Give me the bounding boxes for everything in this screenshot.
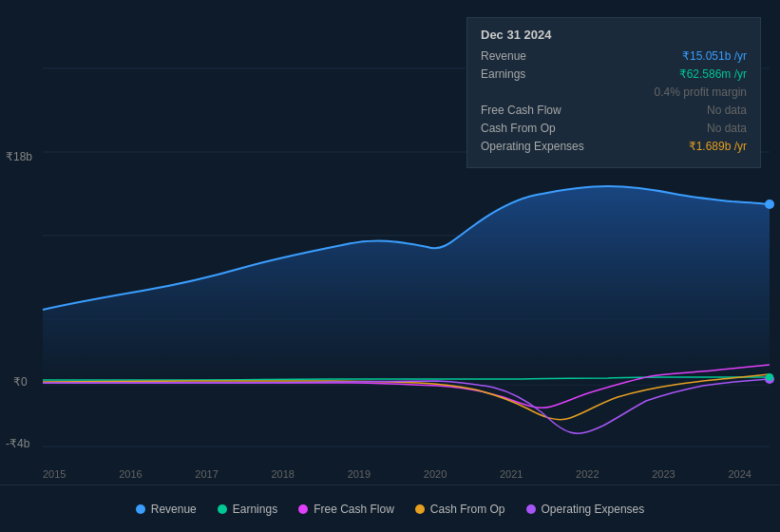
legend-label-fcf: Free Cash Flow xyxy=(314,503,394,516)
tooltip-row-fcf: Free Cash Flow No data xyxy=(481,104,747,117)
tooltip-row-profit-margin: 0.4% profit margin xyxy=(481,86,747,99)
tooltip-value-revenue: ₹15.051b /yr xyxy=(682,49,747,63)
tooltip-label-earnings: Earnings xyxy=(481,67,585,81)
x-label-2017: 2017 xyxy=(195,468,218,480)
svg-point-7 xyxy=(765,200,774,209)
x-label-2024: 2024 xyxy=(728,468,751,480)
legend-dot-cashfromop xyxy=(415,504,425,514)
legend-dot-opex xyxy=(526,504,536,514)
legend-dot-fcf xyxy=(298,504,308,514)
tooltip-row-revenue: Revenue ₹15.051b /yr xyxy=(481,49,747,63)
legend-label-cashfromop: Cash From Op xyxy=(430,503,505,516)
svg-point-9 xyxy=(766,373,773,381)
tooltip-label-revenue: Revenue xyxy=(481,49,585,63)
tooltip-row-cashfromop: Cash From Op No data xyxy=(481,122,747,135)
tooltip-value-cashfromop: No data xyxy=(707,122,747,135)
legend-dot-earnings xyxy=(218,504,227,514)
tooltip-panel: Dec 31 2024 Revenue ₹15.051b /yr Earning… xyxy=(466,17,761,168)
x-label-2022: 2022 xyxy=(576,468,599,480)
tooltip-label-fcf: Free Cash Flow xyxy=(481,104,585,117)
legend-dot-revenue xyxy=(136,504,145,514)
tooltip-value-fcf: No data xyxy=(707,104,747,117)
x-label-2019: 2019 xyxy=(348,468,371,480)
legend-item-opex[interactable]: Operating Expenses xyxy=(526,503,645,516)
legend-bar: Revenue Earnings Free Cash Flow Cash Fro… xyxy=(0,484,780,532)
x-label-2016: 2016 xyxy=(119,468,142,480)
x-label-2015: 2015 xyxy=(43,468,66,480)
legend-item-earnings[interactable]: Earnings xyxy=(218,503,277,516)
legend-label-revenue: Revenue xyxy=(151,503,197,516)
tooltip-title: Dec 31 2024 xyxy=(481,28,747,42)
tooltip-label-opex: Operating Expenses xyxy=(481,140,585,153)
tooltip-value-earnings: ₹62.586m /yr xyxy=(679,67,747,81)
tooltip-row-earnings: Earnings ₹62.586m /yr xyxy=(481,67,747,81)
x-label-2021: 2021 xyxy=(500,468,523,480)
x-label-2018: 2018 xyxy=(271,468,294,480)
tooltip-value-profit-margin: 0.4% profit margin xyxy=(655,86,747,99)
tooltip-value-opex: ₹1.689b /yr xyxy=(689,140,747,153)
x-axis-labels: 2015 2016 2017 2018 2019 2020 2021 2022 … xyxy=(0,468,780,480)
x-label-2023: 2023 xyxy=(652,468,675,480)
legend-label-opex: Operating Expenses xyxy=(542,503,645,516)
x-label-2020: 2020 xyxy=(424,468,447,480)
y-label-0: ₹0 xyxy=(13,375,28,389)
legend-item-cashfromop[interactable]: Cash From Op xyxy=(415,503,505,516)
legend-item-revenue[interactable]: Revenue xyxy=(136,503,197,516)
tooltip-row-opex: Operating Expenses ₹1.689b /yr xyxy=(481,140,747,153)
y-label-neg4b: -₹4b xyxy=(6,437,29,450)
legend-item-fcf[interactable]: Free Cash Flow xyxy=(298,503,394,516)
tooltip-label-cashfromop: Cash From Op xyxy=(481,122,585,135)
y-label-18b: ₹18b xyxy=(6,150,32,163)
legend-label-earnings: Earnings xyxy=(233,503,277,516)
